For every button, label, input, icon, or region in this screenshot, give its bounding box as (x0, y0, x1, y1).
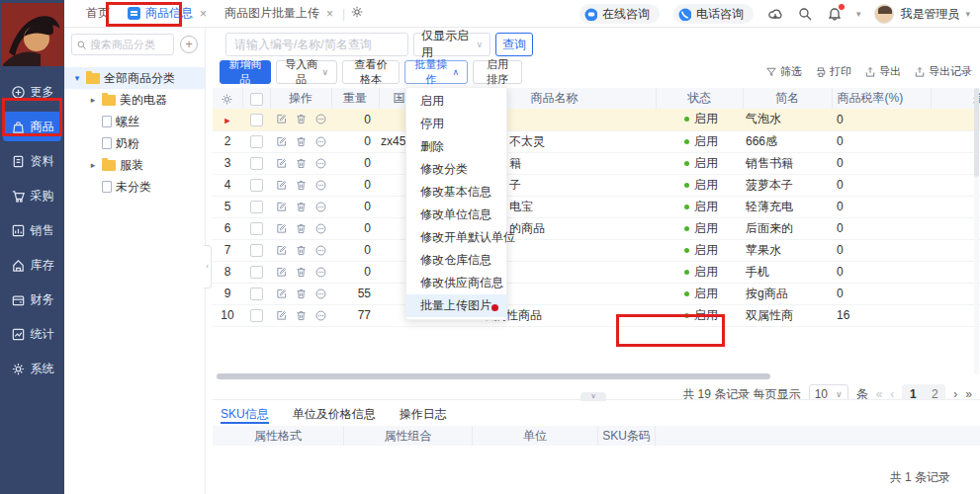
edit-icon[interactable] (275, 309, 288, 322)
enable-sort-button[interactable]: 启用排序 (473, 60, 522, 84)
edit-icon[interactable] (275, 222, 288, 235)
panel-collapse-button[interactable]: ∨ (580, 392, 606, 401)
more-icon[interactable] (314, 157, 327, 170)
edit-icon[interactable] (275, 135, 288, 148)
online-consult-button[interactable]: 在线咨询 (579, 4, 660, 24)
tree-node-screws[interactable]: 螺丝 (64, 111, 205, 132)
menu-item-edit-category[interactable]: 修改分类 (406, 158, 506, 181)
trash-icon[interactable] (295, 309, 308, 322)
row-checkbox[interactable] (250, 201, 263, 213)
close-icon[interactable]: × (200, 7, 207, 21)
sidebar-item-statistics[interactable]: 统计 (0, 319, 64, 349)
sidebar-item-more[interactable]: 更多 (0, 77, 64, 107)
more-icon[interactable] (314, 288, 327, 300)
sidebar-item-data[interactable]: 资料 (0, 146, 64, 176)
export-log-tool[interactable]: 导出记录 (914, 64, 972, 79)
row-checkbox[interactable] (250, 135, 263, 148)
vertical-scrollbar[interactable] (974, 88, 979, 374)
search-icon[interactable] (797, 6, 813, 22)
table-row[interactable]: 2 0 zx45 不太灵 启用 666感 0 (213, 130, 980, 152)
menu-item-edit-supplier-info[interactable]: 修改供应商信息 (406, 272, 506, 294)
row-checkbox[interactable] (250, 157, 263, 170)
more-icon[interactable] (314, 222, 327, 235)
tree-node-clothing[interactable]: ▸服装 (64, 154, 205, 176)
trash-icon[interactable] (295, 222, 308, 235)
horizontal-scrollbar[interactable] (217, 373, 974, 379)
trash-icon[interactable] (295, 157, 308, 170)
row-checkbox[interactable] (250, 179, 263, 192)
more-icon[interactable] (314, 201, 327, 213)
trash-icon[interactable] (295, 288, 308, 300)
trash-icon[interactable] (295, 266, 308, 279)
tree-node-milk-powder[interactable]: 奶粉 (64, 132, 205, 154)
row-checkbox[interactable] (250, 266, 263, 279)
filter-tool[interactable]: 筛选 (765, 64, 802, 79)
edit-icon[interactable] (275, 244, 288, 257)
add-product-button[interactable]: 新增商品 (220, 60, 271, 84)
more-icon[interactable] (314, 179, 327, 192)
table-row[interactable]: ► 0 启用 气泡水 0 (213, 109, 980, 130)
tab-home[interactable]: 首页 (86, 0, 110, 28)
edit-icon[interactable] (275, 288, 288, 300)
trash-icon[interactable] (295, 179, 308, 192)
sidebar-item-goods[interactable]: 商品 (3, 112, 61, 141)
table-row[interactable]: 8 0 启用 手机 0 (213, 261, 980, 283)
export-tool[interactable]: 导出 (864, 64, 901, 79)
trash-icon[interactable] (295, 244, 308, 257)
column-settings-gear-icon[interactable] (213, 88, 242, 109)
row-checkbox[interactable] (250, 288, 263, 300)
edit-icon[interactable] (275, 266, 288, 279)
menu-item-edit-default-unit[interactable]: 修改开单默认单位 (406, 226, 506, 249)
row-checkbox[interactable] (250, 222, 263, 235)
scrollbar-thumb[interactable] (217, 373, 770, 379)
table-row[interactable]: 7 0 启用 苹果水 0 (213, 239, 980, 261)
tab-product-info[interactable]: 商品信息 × (128, 0, 207, 28)
row-checkbox[interactable] (250, 114, 263, 126)
sidebar-item-purchase[interactable]: 采购 (0, 181, 64, 210)
menu-item-delete[interactable]: 删除 (406, 135, 506, 158)
print-tool[interactable]: 打印 (815, 64, 851, 79)
phone-consult-button[interactable]: 电话咨询 (673, 4, 754, 24)
tab-sku-info[interactable]: SKU信息 (221, 406, 269, 424)
edit-icon[interactable] (275, 201, 288, 213)
close-icon[interactable]: × (326, 7, 333, 21)
tab-batch-image-upload[interactable]: 商品图片批量上传 × | (224, 0, 364, 28)
add-category-button[interactable]: + (180, 36, 198, 53)
status-filter-select[interactable]: 仅显示启用∨ (413, 33, 490, 56)
import-product-button[interactable]: 导入商品∨ (276, 60, 337, 84)
more-icon[interactable] (314, 309, 327, 322)
scrollbar-thumb[interactable] (974, 88, 979, 177)
sidebar-item-finance[interactable]: 财务 (0, 285, 64, 314)
sidebar-item-inventory[interactable]: 库存 (0, 250, 64, 280)
row-checkbox[interactable] (250, 244, 263, 257)
table-row[interactable]: 6 0 的商品 启用 后面来的 0 (213, 217, 980, 239)
user-menu[interactable]: 我是管理员 ▾ (874, 4, 970, 24)
more-icon[interactable] (314, 266, 327, 279)
trash-icon[interactable] (295, 135, 308, 148)
query-button[interactable]: 查询 (495, 33, 533, 56)
caret-down-icon[interactable]: ▾ (72, 73, 82, 83)
select-all-checkbox[interactable] (250, 93, 263, 106)
menu-item-disable[interactable]: 停用 (406, 113, 506, 135)
sidebar-item-system[interactable]: 系统 (0, 354, 64, 383)
row-checkbox[interactable] (250, 309, 263, 322)
more-icon[interactable] (314, 113, 327, 125)
tab-settings-gear-icon[interactable] (350, 5, 364, 22)
edit-icon[interactable] (275, 157, 288, 170)
price-book-button[interactable]: 查看价格本 (342, 60, 400, 84)
notification-bell-icon[interactable] (827, 6, 843, 22)
more-icon[interactable] (314, 135, 327, 148)
menu-item-edit-unit-info[interactable]: 修改单位信息 (406, 204, 506, 226)
category-search-input[interactable] (90, 39, 169, 50)
caret-right-icon[interactable]: ▸ (88, 95, 98, 105)
menu-item-edit-warehouse-info[interactable]: 修改仓库信息 (406, 249, 506, 272)
panel-collapse-handle[interactable]: ‹ (204, 245, 212, 288)
sidebar-item-sales[interactable]: 销售 (0, 215, 64, 245)
edit-icon[interactable] (275, 113, 288, 125)
trash-icon[interactable] (295, 113, 308, 125)
menu-item-enable[interactable]: 启用 (406, 90, 506, 113)
batch-operation-button[interactable]: 批量操作∧ (404, 60, 468, 84)
more-icon[interactable] (314, 244, 327, 257)
tab-unit-price-info[interactable]: 单位及价格信息 (293, 406, 376, 424)
cloud-download-icon[interactable] (767, 6, 783, 22)
